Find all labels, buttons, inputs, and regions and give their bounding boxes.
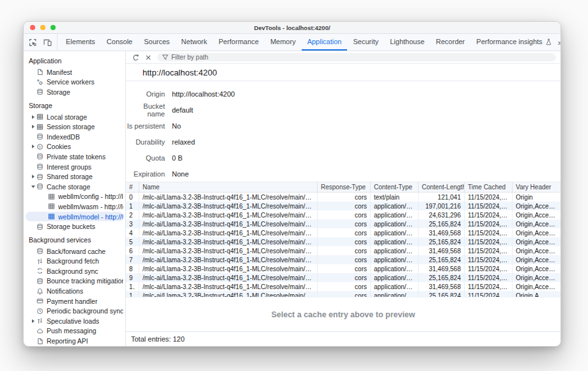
cell-name: /mlc-ai/Llama-3.2-3B-Instruct-q4f16_1-ML… [139,228,318,237]
sidebar-item-shared-storage[interactable]: Shared storage [26,171,123,182]
sidebar-item-label: Reporting API [47,337,88,345]
sidebar-item-local-storage[interactable]: Local storage [26,112,123,122]
tab-performance-insights[interactable]: Performance insights [470,34,557,51]
tab-application[interactable]: Application [302,34,348,51]
database-icon [36,153,43,160]
cache-entry-row[interactable]: 8/mlc-ai/Llama-3.2-3B-Instruct-q4f16_1-M… [126,264,561,273]
cache-entry-row[interactable]: 6/mlc-ai/Llama-3.2-3B-Instruct-q4f16_1-M… [126,246,561,255]
tab-performance[interactable]: Performance [213,34,265,51]
close-window-button[interactable] [30,25,35,30]
detail-label: Is persistent [126,122,165,130]
sidebar-item-push-messaging[interactable]: Push messaging [26,326,123,336]
cache-entry-row[interactable]: 4/mlc-ai/Llama-3.2-3B-Instruct-q4f16_1-M… [126,228,561,237]
chevron-right-icon[interactable] [30,175,36,178]
minimize-window-button[interactable] [40,25,45,30]
sidebar-item-periodic-background-sync[interactable]: Periodic background sync [26,306,123,316]
toolbar-right: » 3 [558,34,561,51]
sidebar-item-payment-handler[interactable]: Payment handler [26,296,123,306]
tab-recorder[interactable]: Recorder [430,34,470,51]
zoom-window-button[interactable] [50,25,56,30]
chevron-down-icon[interactable] [30,186,36,188]
cache-table-body: 0/mlc-ai/Llama-3.2-3B-Instruct-q4f16_1-M… [126,193,561,297]
tab-label: Console [107,38,132,45]
sidebar-item-webllm-wasm[interactable]: webllm/wasm - http://loca… [26,201,123,212]
column-header-vary-header[interactable]: Vary Header [513,182,561,192]
tab-console[interactable]: Console [101,34,138,51]
chevron-right-icon[interactable] [30,115,36,119]
cell-name: /mlc-ai/Llama-3.2-3B-Instruct-q4f16_1-ML… [139,210,318,219]
sidebar-item-service-workers[interactable]: Service workers [26,77,123,88]
cache-entry-row[interactable]: 11/mlc-ai/Llama-3.2-3B-Instruct-q4f16_1-… [126,291,561,297]
sidebar-item-cookies[interactable]: Cookies [26,142,123,152]
column-header-name[interactable]: Name [139,182,318,192]
cell-time-cached: 11/15/2024, 10… [465,237,513,246]
tab-elements[interactable]: Elements [60,34,101,51]
cache-entry-row[interactable]: 5/mlc-ai/Llama-3.2-3B-Instruct-q4f16_1-M… [126,237,561,246]
tab-sources[interactable]: Sources [138,34,175,51]
sidebar-item-session-storage[interactable]: Session storage [26,122,123,132]
tab-security[interactable]: Security [347,34,384,51]
cell-time-cached: 11/15/2024, 10… [465,201,513,210]
sidebar-item-speculative-loads[interactable]: Speculative loads [26,316,123,326]
sidebar-item-storage[interactable]: Storage [26,87,123,97]
cell-vary-header: Origin,Access… [513,228,561,237]
cell-content-length: 25,165,824 [419,273,465,282]
sidebar-item-label: Storage [47,88,70,96]
cache-entry-row[interactable]: 0/mlc-ai/Llama-3.2-3B-Instruct-q4f16_1-M… [126,193,561,201]
column-header-response-type[interactable]: Response-Type [318,182,371,192]
tab-lighthouse[interactable]: Lighthouse [384,34,430,51]
cell-index: 6 [126,246,139,255]
chevron-right-icon[interactable] [30,319,36,323]
column-header-content-type[interactable]: Content-Type [371,182,419,192]
sidebar-item-manifest[interactable]: Manifest [26,67,123,77]
sidebar-item-reporting-api[interactable]: Reporting API [26,336,123,346]
close-x-icon [144,54,152,61]
filter-input[interactable]: Filter by path [157,53,556,61]
sidebar-item-label: Push messaging [47,327,97,335]
cell-time-cached: 11/15/2024, 10… [465,210,513,219]
tab-memory[interactable]: Memory [265,34,302,51]
window-titlebar: DevTools - localhost:4200/ [24,22,561,34]
detail-value: 0 B [172,154,183,162]
cache-entry-row[interactable]: 10/mlc-ai/Llama-3.2-3B-Instruct-q4f16_1-… [126,282,561,291]
chevron-right-icon[interactable] [30,145,36,148]
sidebar-item-webllm-config[interactable]: webllm/config - http://loc… [26,192,123,202]
chevron-right-icon[interactable] [30,125,36,129]
up-down-arrows-icon [36,258,43,265]
cache-entry-row[interactable]: 7/mlc-ai/Llama-3.2-3B-Instruct-q4f16_1-M… [126,255,561,264]
sidebar-item-cache-storage[interactable]: Cache storage [26,182,123,192]
cache-entry-row[interactable]: 9/mlc-ai/Llama-3.2-3B-Instruct-q4f16_1-M… [126,273,561,282]
window-title: DevTools - localhost:4200/ [254,24,330,31]
tab-network[interactable]: Network [176,34,213,51]
inspect-element-button[interactable] [29,38,37,47]
cache-entry-row[interactable]: 3/mlc-ai/Llama-3.2-3B-Instruct-q4f16_1-M… [126,219,561,228]
sidebar-item-interest-groups[interactable]: Interest groups [26,162,123,172]
cache-entry-row[interactable]: 2/mlc-ai/Llama-3.2-3B-Instruct-q4f16_1-M… [126,210,561,219]
column-header-content-length[interactable]: Content-Length [419,182,465,192]
delete-selected-button[interactable] [144,54,152,61]
device-toolbar-button[interactable] [43,38,52,47]
cell-content-length: 25,165,824 [419,255,465,264]
sidebar-item-notifications[interactable]: Notifications [26,286,123,296]
more-panels-button[interactable]: » [558,38,561,47]
cell-time-cached: 11/15/2024, 10… [465,228,513,237]
refresh-icon [132,54,139,61]
cell-index: 10 [126,282,139,291]
sidebar-item-webllm-model[interactable]: webllm/model - http://loc… [26,212,123,222]
detail-value: relaxed [172,138,195,146]
sidebar-item-background-sync[interactable]: Background sync [26,266,123,276]
sidebar-item-bounce-tracking-mitigations[interactable]: Bounce tracking mitigations [26,276,123,287]
sidebar-item-background-fetch[interactable]: Background fetch [26,257,123,267]
column-header-time-cached[interactable]: Time Cached [465,182,513,192]
table-icon [48,203,55,210]
sidebar-item-storage-buckets[interactable]: Storage buckets [26,221,123,232]
sidebar-item-indexeddb[interactable]: IndexedDB [26,132,123,142]
cache-entry-row[interactable]: 1/mlc-ai/Llama-3.2-3B-Instruct-q4f16_1-M… [126,201,561,210]
column-header-index[interactable]: # [126,182,139,192]
sidebar-item-private-state-tokens[interactable]: Private state tokens [26,152,123,162]
cell-name: /mlc-ai/Llama-3.2-3B-Instruct-q4f16_1-ML… [139,264,318,273]
sidebar-item-back-forward-cache[interactable]: Back/forward cache [26,246,123,257]
refresh-button[interactable] [132,54,139,61]
cell-content-length: 197,001,216 [419,201,465,210]
cell-content-length: 31,469,568 [419,228,465,237]
